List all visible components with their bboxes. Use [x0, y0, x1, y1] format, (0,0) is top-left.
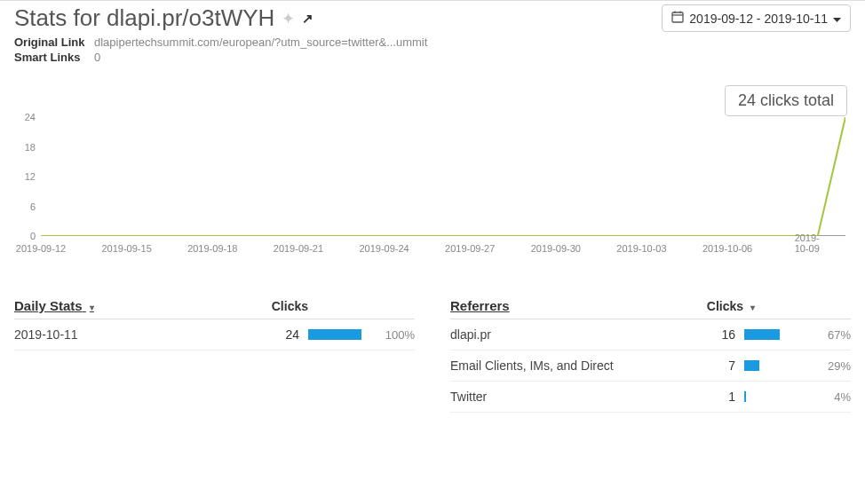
referrer-clicks: 1: [700, 390, 735, 404]
total-clicks-badge: 24 clicks total: [725, 85, 847, 116]
y-tick-label: 0: [14, 231, 36, 241]
referrer-bar: [744, 329, 780, 340]
x-tick-label: 2019-09-21: [274, 243, 323, 254]
smart-links-value: 0: [94, 51, 100, 64]
top-divider: [0, 0, 865, 1]
svg-rect-0: [672, 12, 683, 22]
x-tick-label: 2019-10-09: [795, 232, 832, 254]
date-range-picker[interactable]: 2019-09-12 - 2019-10-11: [662, 4, 851, 32]
referrers-heading[interactable]: Referrers: [450, 298, 510, 313]
referrer-row: Twitter14%: [450, 382, 851, 413]
referrer-bar: [744, 360, 759, 371]
referrers-panel: Referrers Clicks ▾ dlapi.pr1667%Email Cl…: [450, 298, 851, 413]
x-tick-label: 2019-09-12: [16, 243, 66, 254]
daily-stats-bar-wrap: [308, 329, 370, 340]
caret-down-icon: ▾: [750, 303, 755, 312]
referrer-pct: 67%: [815, 328, 851, 342]
daily-stats-panel: Daily Stats ▾ Clicks 2019-10-1124100%: [14, 298, 415, 413]
link-metadata: Original Link dlapipertechsummit.com/eur…: [14, 35, 851, 64]
daily-stats-clicks: 24: [264, 327, 299, 342]
x-tick-label: 2019-10-03: [616, 243, 666, 254]
daily-stats-clicks-heading: Clicks: [272, 299, 308, 313]
x-tick-label: 2019-10-06: [702, 243, 752, 254]
open-link-icon[interactable]: ↗: [302, 11, 313, 27]
x-tick-label: 2019-09-24: [359, 243, 409, 254]
caret-down-icon: [833, 12, 841, 26]
x-tick-label: 2019-09-18: [187, 243, 237, 254]
daily-stats-heading-text: Daily Stats: [14, 298, 83, 313]
original-link-label: Original Link: [14, 35, 85, 49]
date-range-text: 2019-09-12 - 2019-10-11: [689, 12, 828, 26]
clicks-chart: 24 clicks total 06121824 2019-09-122019-…: [14, 85, 851, 254]
referrers-clicks-heading[interactable]: Clicks ▾: [707, 299, 755, 313]
daily-stats-row: 2019-10-1124100%: [14, 319, 415, 350]
y-tick-label: 12: [14, 171, 36, 182]
referrers-clicks-heading-text: Clicks: [707, 299, 743, 313]
daily-stats-label: 2019-10-11: [14, 327, 264, 342]
daily-stats-bar: [308, 329, 361, 340]
daily-stats-heading[interactable]: Daily Stats ▾: [14, 298, 94, 313]
referrer-clicks: 16: [700, 327, 735, 342]
referrer-row: Email Clients, IMs, and Direct729%: [450, 350, 851, 382]
referrer-pct: 29%: [815, 359, 851, 373]
y-tick-label: 18: [14, 142, 36, 153]
original-link-value[interactable]: dlapipertechsummit.com/european/?utm_sou…: [94, 35, 427, 49]
referrer-pct: 4%: [815, 390, 851, 404]
title-prefix: Stats for: [14, 4, 107, 31]
y-tick-label: 24: [14, 112, 36, 122]
referrer-bar: [744, 391, 746, 402]
x-tick-label: 2019-09-30: [531, 243, 581, 254]
smart-links-label: Smart Links: [14, 51, 85, 64]
page-title: Stats for dlapi.pr/o3tWYH ✦ ↗: [14, 4, 313, 32]
referrer-label: dlapi.pr: [450, 327, 700, 342]
referrer-row: dlapi.pr1667%: [450, 319, 851, 350]
referrer-clicks: 7: [700, 358, 735, 373]
x-tick-label: 2019-09-27: [445, 243, 495, 254]
calendar-icon: [671, 11, 684, 26]
x-tick-label: 2019-09-15: [101, 243, 151, 254]
title-link[interactable]: dlapi.pr/o3tWYH: [107, 4, 274, 31]
y-tick-label: 6: [14, 201, 36, 212]
referrer-bar-wrap: [744, 360, 806, 371]
extension-icon[interactable]: ✦: [282, 9, 295, 28]
caret-down-icon: ▾: [90, 303, 94, 312]
clicks-line: [41, 117, 845, 236]
referrer-label: Twitter: [450, 390, 700, 404]
referrer-bar-wrap: [744, 391, 806, 402]
daily-stats-pct: 100%: [379, 328, 415, 342]
referrer-label: Email Clients, IMs, and Direct: [450, 358, 700, 373]
referrer-bar-wrap: [744, 329, 806, 340]
